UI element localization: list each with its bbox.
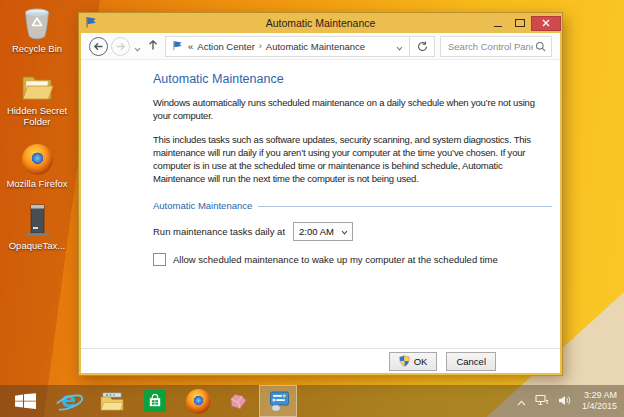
internet-explorer-icon: e: [56, 389, 82, 413]
taskbar-windows-store[interactable]: [138, 385, 172, 417]
back-button[interactable]: [89, 37, 108, 56]
pink-gem-icon: [227, 393, 247, 410]
search-box[interactable]: [440, 36, 552, 57]
chevron-down-icon: [134, 47, 141, 52]
maximize-button[interactable]: [509, 16, 531, 31]
ok-button[interactable]: OK: [389, 352, 438, 371]
refresh-icon: [417, 41, 428, 52]
caption-buttons: [487, 13, 562, 33]
chevron-up-icon: [517, 400, 526, 406]
cancel-button[interactable]: Cancel: [446, 352, 496, 371]
network-tray-icon[interactable]: [535, 392, 549, 410]
forward-button[interactable]: [111, 37, 130, 56]
description-paragraph-2: This includes tasks such as software upd…: [153, 133, 552, 185]
desktop-icon-label: Hidden Secret Folder: [3, 105, 71, 127]
close-button[interactable]: [531, 16, 561, 31]
schedule-row: Run maintenance tasks daily at 2:00 AM: [153, 222, 552, 241]
firefox-icon: [3, 141, 71, 175]
group-header: Automatic Maintenance: [153, 200, 552, 211]
breadcrumb-action-center[interactable]: Action Center: [197, 41, 255, 52]
action-center-flag-icon: [85, 14, 97, 32]
desktop-icon-mozilla-firefox[interactable]: Mozilla Firefox: [3, 141, 71, 189]
group-title: Automatic Maintenance: [153, 200, 252, 211]
wake-checkbox[interactable]: [153, 253, 166, 266]
minimize-button[interactable]: [487, 16, 509, 31]
maximize-icon: [515, 19, 525, 27]
address-dropdown-button[interactable]: [390, 37, 409, 55]
start-button[interactable]: [10, 385, 40, 417]
recent-pages-dropdown[interactable]: [134, 38, 141, 56]
search-input[interactable]: [446, 40, 535, 53]
show-hidden-icons-button[interactable]: [517, 392, 526, 410]
tray-time: 3:29 AM: [582, 390, 617, 401]
navigation-bar: « Action Center › Automatic Maintenance: [81, 33, 560, 60]
wake-checkbox-row: Allow scheduled maintenance to wake up m…: [153, 253, 552, 266]
desktop-icon-recycle-bin[interactable]: Recycle Bin: [3, 6, 71, 54]
windows-store-icon: [144, 390, 166, 412]
windows-logo-icon: [15, 393, 36, 409]
desktop: Recycle Bin Hidden Secret Folder Mozilla…: [0, 0, 624, 417]
close-icon: [542, 19, 550, 27]
file-explorer-icon: [100, 391, 124, 412]
dialog-footer: OK Cancel: [81, 348, 560, 373]
breadcrumb-prefix: «: [188, 41, 193, 52]
selected-time: 2:00 AM: [299, 226, 334, 237]
page-content: Automatic Maintenance Windows automatica…: [81, 60, 560, 348]
breadcrumb-current[interactable]: Automatic Maintenance: [266, 41, 365, 52]
minimize-icon: [494, 26, 502, 27]
control-panel-icon: [267, 391, 290, 412]
taskbar-pink-app[interactable]: [224, 385, 250, 417]
desktop-icon-label: OpaqueTax...: [3, 240, 71, 251]
taskbar-control-panel-active[interactable]: [259, 385, 297, 417]
desktop-icon-opaque-app[interactable]: OpaqueTax...: [3, 203, 71, 251]
page-title: Automatic Maintenance: [153, 72, 552, 86]
refresh-button[interactable]: [409, 37, 434, 56]
system-tray: 3:29 AM 1/4/2015: [517, 390, 624, 412]
taskbar-internet-explorer[interactable]: e: [52, 385, 86, 417]
taskbar: e: [0, 385, 624, 417]
wake-checkbox-label: Allow scheduled maintenance to wake up m…: [173, 254, 498, 265]
taskbar-firefox[interactable]: [181, 385, 215, 417]
forward-arrow-icon: [115, 41, 126, 52]
desktop-icon-label: Recycle Bin: [3, 43, 71, 54]
desktop-icon-column: Recycle Bin Hidden Secret Folder Mozilla…: [3, 6, 71, 265]
breadcrumb-flag-icon: [172, 37, 183, 55]
window-body: « Action Center › Automatic Maintenance: [81, 33, 560, 373]
desktop-icon-label: Mozilla Firefox: [3, 178, 71, 189]
uac-shield-icon: [399, 355, 410, 367]
up-arrow-icon: [147, 39, 159, 51]
address-bar[interactable]: « Action Center › Automatic Maintenance: [165, 36, 435, 57]
search-icon: [535, 41, 546, 52]
recycle-bin-icon: [3, 6, 71, 40]
group-divider-line: [258, 206, 552, 207]
ok-button-label: OK: [414, 356, 428, 367]
up-button[interactable]: [147, 37, 159, 55]
firefox-icon: [186, 389, 211, 414]
cancel-button-label: Cancel: [456, 356, 486, 367]
taskbar-file-explorer[interactable]: [95, 385, 129, 417]
taskbar-clock[interactable]: 3:29 AM 1/4/2015: [582, 390, 617, 412]
maintenance-time-select[interactable]: 2:00 AM: [293, 222, 353, 241]
combo-chevron-icon: [341, 226, 352, 237]
app-tower-icon: [3, 203, 71, 237]
description-paragraph-1: Windows automatically runs scheduled mai…: [153, 96, 552, 122]
titlebar[interactable]: Automatic Maintenance: [79, 13, 562, 33]
breadcrumb-separator: ›: [259, 41, 262, 51]
chevron-down-icon: [396, 46, 403, 51]
back-arrow-icon: [93, 41, 104, 52]
tray-date: 1/4/2015: [582, 401, 617, 412]
schedule-label: Run maintenance tasks daily at: [153, 226, 285, 237]
folder-icon: [3, 68, 71, 102]
volume-tray-icon[interactable]: [558, 392, 571, 410]
desktop-icon-hidden-secret-folder[interactable]: Hidden Secret Folder: [3, 68, 71, 127]
automatic-maintenance-window: Automatic Maintenance: [78, 12, 563, 376]
